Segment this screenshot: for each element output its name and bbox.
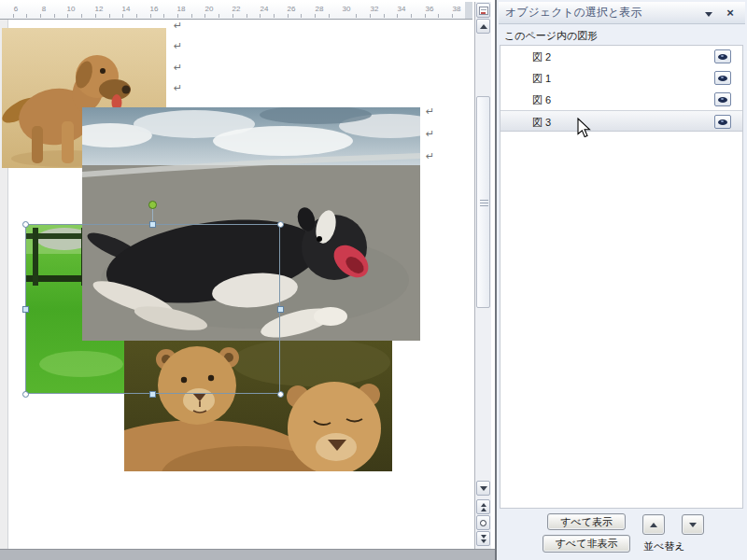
ruler-number: 38	[453, 5, 461, 13]
resize-handle-bottom-center[interactable]	[149, 391, 156, 398]
scroll-down-button[interactable]	[476, 481, 490, 496]
list-item[interactable]: 図 6	[500, 89, 742, 110]
resize-handle-top-center[interactable]	[149, 221, 156, 228]
visibility-toggle-button[interactable]	[714, 115, 731, 129]
resize-handle-mid-left[interactable]	[22, 306, 29, 313]
object-label: 図 2	[532, 50, 551, 64]
ruler-number: 30	[343, 5, 351, 13]
ruler-tick-marks	[0, 14, 465, 18]
ruler-number: 8	[42, 5, 46, 13]
arrow-up-icon	[650, 523, 657, 527]
ruler-number: 16	[150, 5, 159, 13]
shapes-on-page-label: このページ内の図形	[504, 29, 598, 43]
paragraph-mark: ↵	[174, 63, 182, 73]
paragraph-mark: ↵	[174, 41, 182, 51]
list-item[interactable]: 図 1	[500, 67, 742, 89]
paragraph-mark: ↵	[174, 21, 182, 31]
object-label: 図 1	[532, 72, 551, 86]
visibility-toggle-button[interactable]	[714, 71, 731, 85]
eye-icon	[718, 119, 727, 125]
resize-handle-mid-right[interactable]	[277, 306, 284, 313]
vertical-scrollbar[interactable]	[474, 2, 491, 549]
ruler-toggle-icon	[479, 7, 488, 15]
browse-object-icon	[480, 520, 486, 526]
double-up-icon	[481, 503, 486, 511]
paragraph-mark: ↵	[174, 83, 182, 93]
eye-icon	[718, 97, 727, 103]
ruler-number: 12	[95, 5, 104, 13]
document-bottom-strip	[0, 549, 495, 560]
list-item-selected[interactable]: 図 3	[500, 110, 742, 132]
rotation-handle[interactable]	[148, 201, 157, 209]
ruler-toggle-button[interactable]	[476, 3, 490, 18]
thumb-grip-icon	[480, 200, 488, 206]
show-all-button[interactable]: すべて表示	[547, 513, 626, 530]
resize-handle-bottom-left[interactable]	[22, 391, 29, 398]
object-label: 図 3	[532, 116, 551, 130]
ruler-number: 34	[398, 5, 406, 13]
visibility-toggle-button[interactable]	[714, 49, 731, 63]
arrow-up-icon	[480, 24, 487, 29]
resize-handle-bottom-right[interactable]	[277, 391, 284, 398]
task-pane-titlebar: オブジェクトの選択と表示 ×	[499, 2, 745, 24]
double-down-icon	[481, 535, 486, 543]
mouse-cursor	[577, 118, 591, 142]
paragraph-mark: ↵	[426, 129, 434, 139]
visibility-toggle-button[interactable]	[714, 92, 731, 106]
horizontal-ruler[interactable]: 6 8 10 12 14 16 18 20 22 24 26 28 30 32 …	[0, 2, 472, 20]
rotation-handle-stem	[152, 209, 153, 221]
ruler-number: 6	[14, 5, 18, 13]
ruler-number: 20	[205, 5, 214, 13]
paragraph-mark: ↵	[426, 151, 434, 161]
task-pane-menu-button[interactable]	[702, 8, 715, 20]
arrow-down-icon	[480, 486, 487, 491]
object-label: 図 6	[532, 93, 551, 107]
selection-outline	[25, 224, 280, 394]
scroll-up-button[interactable]	[476, 19, 490, 34]
reorder-label: 並べ替え	[643, 539, 685, 553]
eye-icon	[718, 76, 727, 81]
ruler-number: 10	[67, 5, 76, 13]
ruler-number: 22	[233, 5, 241, 13]
ruler-number: 26	[288, 5, 296, 13]
list-item[interactable]: 図 2	[500, 46, 742, 67]
ruler-number: 14	[122, 5, 131, 13]
scrollbar-thumb[interactable]	[476, 96, 490, 308]
paragraph-mark: ↵	[426, 106, 434, 117]
previous-page-button[interactable]	[476, 499, 490, 514]
ruler-number: 32	[371, 5, 379, 13]
send-backward-button[interactable]	[682, 514, 704, 535]
bring-forward-button[interactable]	[642, 514, 665, 535]
ruler-number: 36	[426, 5, 434, 13]
ruler-margin-end	[465, 2, 472, 19]
hide-all-button[interactable]: すべて非表示	[543, 535, 630, 553]
arrow-down-icon	[689, 523, 697, 527]
ruler-number: 28	[316, 5, 324, 13]
next-page-button[interactable]	[476, 531, 490, 546]
browse-object-button[interactable]	[476, 515, 490, 530]
eye-icon	[718, 54, 727, 60]
object-list: 図 2 図 1 図 6 図 3	[500, 45, 743, 509]
resize-handle-top-left[interactable]	[22, 221, 29, 228]
resize-handle-top-right[interactable]	[277, 221, 284, 228]
chevron-down-icon	[705, 12, 712, 17]
task-pane-title: オブジェクトの選択と表示	[499, 5, 641, 21]
ruler-number: 24	[261, 5, 269, 13]
selection-and-visibility-pane: オブジェクトの選択と表示 × このページ内の図形 図 2 図 1 図 6 図 3	[495, 0, 747, 560]
task-pane-close-button[interactable]: ×	[724, 6, 737, 21]
word-window: 6 8 10 12 14 16 18 20 22 24 26 28 30 32 …	[0, 0, 747, 560]
ruler-number: 18	[177, 5, 186, 13]
